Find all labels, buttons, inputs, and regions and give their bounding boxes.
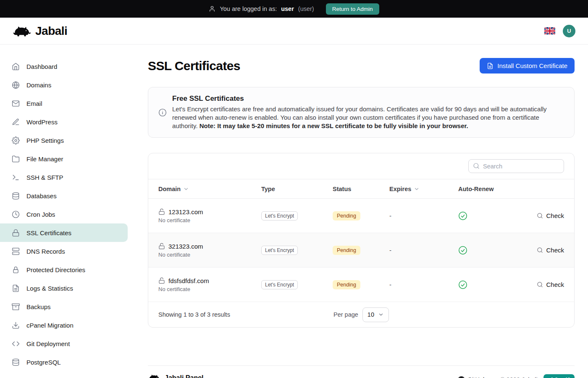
sidebar-item-label: PHP Settings — [26, 137, 64, 144]
copyright-text: © 2026 Jabali — [500, 376, 538, 378]
sidebar-item-logs-statistics[interactable]: Logs & Statistics — [0, 279, 128, 297]
auto-renew-check-icon — [458, 211, 528, 220]
user-icon — [209, 5, 215, 12]
database-icon — [12, 192, 20, 200]
magnifier-icon — [537, 213, 543, 219]
sidebar-item-dns-records[interactable]: DNS Records — [0, 242, 128, 260]
column-header-domain[interactable]: Domain — [158, 186, 261, 192]
mail-icon — [12, 100, 20, 108]
check-button[interactable]: Check — [537, 281, 564, 288]
free-ssl-info-box: Free SSL Certificates Let's Encrypt cert… — [148, 87, 575, 138]
sidebar-item-label: Cron Jobs — [26, 211, 55, 218]
install-custom-certificate-button[interactable]: Install Custom Certificate — [480, 58, 575, 74]
sidebar-item-domains[interactable]: Domains — [0, 76, 128, 94]
expires-value: - — [389, 281, 458, 288]
pagination-row: Showing 1 to 3 of 3 results Per page 10 — [148, 302, 574, 327]
sidebar-item-backups[interactable]: Backups — [0, 297, 128, 316]
status-badge: Pending — [333, 280, 360, 289]
page-footer: Jabali Panel GitHub · © 2026 Jabali v0.9… — [148, 365, 575, 378]
boar-logo-icon — [148, 373, 160, 378]
certificate-subtext: No certificate — [158, 252, 261, 258]
sidebar-item-protected-directories[interactable]: Protected Directories — [0, 260, 128, 279]
footer-brand-name: Jabali Panel — [165, 374, 204, 378]
domain-text: 123123.com — [168, 208, 203, 215]
unlock-icon — [158, 208, 165, 215]
brand-name: Jabali — [35, 24, 67, 38]
sidebar-item-label: SSL Certificates — [26, 229, 71, 236]
sort-chevron-icon — [414, 186, 420, 192]
column-header-status: Status — [333, 186, 389, 192]
clock-icon — [12, 210, 20, 218]
domain-link[interactable]: fdsfsdfdsf.com — [158, 277, 261, 284]
column-header-auto-renew: Auto-Renew — [458, 186, 528, 192]
info-box-note: Note: It may take 5-20 minutes for a new… — [200, 122, 468, 129]
sidebar-item-label: File Manager — [26, 155, 63, 163]
table-row: 123123.com No certificate Let's Encrypt … — [148, 199, 574, 233]
status-badge: Pending — [333, 211, 360, 220]
certificates-table-card: Domain Type Status Expires Auto-Renew 12… — [148, 153, 575, 328]
per-page-select[interactable]: 10 — [362, 307, 389, 322]
table-header-row: Domain Type Status Expires Auto-Renew — [148, 179, 574, 199]
logged-in-role: (user) — [298, 5, 314, 12]
sidebar-item-label: PostgreSQL — [26, 359, 61, 366]
sidebar-item-git-deployment[interactable]: Git Deployment — [0, 334, 128, 353]
domain-link[interactable]: 321323.com — [158, 243, 261, 250]
check-button[interactable]: Check — [537, 247, 564, 254]
sidebar-item-ssl-certificates[interactable]: SSL Certificates — [0, 223, 128, 242]
sidebar-item-php-settings[interactable]: PHP Settings — [0, 131, 128, 150]
magnifier-icon — [537, 247, 543, 253]
domain-text: fdsfsdfdsf.com — [168, 277, 209, 284]
sidebar-item-label: Dashboard — [26, 63, 57, 70]
certificate-subtext: No certificate — [158, 217, 261, 223]
sidebar-item-label: Domains — [26, 81, 51, 89]
globe-icon — [12, 81, 20, 89]
magnifier-icon — [537, 281, 543, 288]
user-avatar[interactable]: U — [563, 25, 575, 37]
github-link[interactable]: GitHub — [458, 376, 486, 378]
chevron-down-icon — [378, 312, 384, 318]
footer-separator: · — [492, 376, 494, 378]
sidebar-item-dashboard[interactable]: Dashboard — [0, 57, 128, 76]
search-input[interactable] — [468, 159, 564, 173]
sidebar-item-label: Protected Directories — [26, 266, 85, 273]
archive-icon — [12, 303, 20, 311]
check-button[interactable]: Check — [537, 212, 564, 219]
lock-icon — [12, 229, 20, 237]
domain-link[interactable]: 123123.com — [158, 208, 261, 215]
sidebar-item-file-manager[interactable]: File Manager — [0, 150, 128, 168]
table-row: fdsfsdfdsf.com No certificate Let's Encr… — [148, 268, 574, 302]
return-to-admin-button[interactable]: Return to Admin — [326, 3, 379, 15]
type-badge: Let's Encrypt — [261, 246, 298, 255]
sidebar-item-postgresql[interactable]: PostgreSQL — [0, 353, 128, 371]
sidebar-item-email[interactable]: Email — [0, 94, 128, 113]
folder-icon — [12, 155, 20, 163]
code-icon — [12, 340, 20, 348]
sidebar-item-cpanel-migration[interactable]: cPanel Migration — [0, 316, 128, 334]
pencil-icon — [12, 118, 20, 126]
brand-logo[interactable]: Jabali — [13, 24, 67, 38]
sidebar-item-cron-jobs[interactable]: Cron Jobs — [0, 205, 128, 223]
certificate-subtext: No certificate — [158, 286, 261, 292]
sidebar-item-label: SSH & SFTP — [26, 174, 63, 181]
domain-cell: fdsfsdfdsf.com No certificate — [158, 277, 261, 292]
table-row: 321323.com No certificate Let's Encrypt … — [148, 233, 574, 268]
column-header-expires[interactable]: Expires — [389, 186, 458, 192]
sidebar: Dashboard Domains Email WordPress PHP Se… — [0, 45, 134, 378]
sidebar-item-databases[interactable]: Databases — [0, 186, 128, 205]
page-title: SSL Certificates — [148, 59, 240, 73]
info-icon — [158, 108, 167, 117]
main-content: SSL Certificates Install Custom Certific… — [134, 45, 588, 378]
sidebar-item-ssh-sftp[interactable]: SSH & SFTP — [0, 168, 128, 186]
status-badge: Pending — [333, 246, 360, 255]
version-badge: v0.9-rc42 — [543, 374, 575, 378]
sidebar-item-wordpress[interactable]: WordPress — [0, 113, 128, 131]
type-badge: Let's Encrypt — [261, 280, 298, 289]
unlock-icon — [158, 277, 165, 284]
app-header: Jabali U — [0, 18, 588, 45]
boar-logo-icon — [13, 25, 31, 37]
auto-renew-check-icon — [458, 246, 528, 255]
language-flag-icon[interactable] — [544, 27, 555, 35]
domain-text: 321323.com — [168, 243, 203, 250]
sidebar-item-label: Git Deployment — [26, 340, 70, 347]
results-summary: Showing 1 to 3 of 3 results — [158, 311, 230, 318]
